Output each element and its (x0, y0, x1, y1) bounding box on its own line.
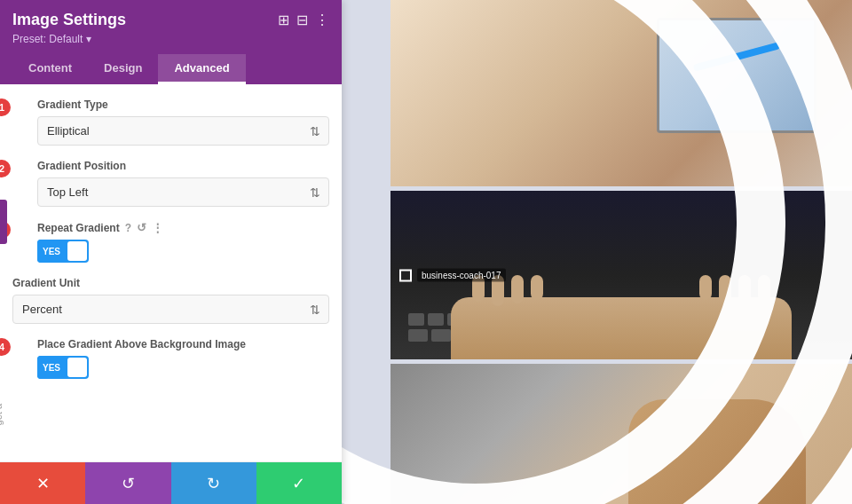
repeat-gradient-more-icon[interactable]: ⋮ (152, 221, 163, 234)
side-reset-indicator[interactable] (0, 200, 7, 244)
tab-content[interactable]: Content (12, 54, 88, 84)
place-gradient-group: 4 Place Gradient Above Background Image … (12, 338, 329, 379)
tab-design[interactable]: Design (88, 54, 158, 84)
badge-4: 4 (0, 338, 11, 356)
badge-2: 2 (0, 160, 11, 177)
repeat-gradient-label: Repeat Gradient ? ↺ ⋮ (37, 221, 329, 234)
expand-icon[interactable]: ⊞ (278, 12, 289, 28)
gradient-position-select[interactable]: Top Left Top Center Top Right Center Lef… (37, 177, 329, 207)
gradient-unit-label: Gradient Unit (12, 277, 329, 289)
gradient-position-label: Gradient Position (37, 160, 329, 172)
arc-overlay (342, 0, 852, 504)
gradient-type-select[interactable]: Linear Elliptical Conical (37, 116, 329, 146)
panel-title-icons: ⊞ ⊟ ⋮ (278, 12, 329, 28)
repeat-gradient-help-icon[interactable]: ? (125, 222, 131, 234)
place-gradient-toggle[interactable]: YES (37, 356, 329, 379)
gradient-unit-group: Gradient Unit Percent Pixel ⇅ (12, 277, 329, 324)
place-gradient-thumb (67, 358, 87, 377)
side-label: get a (0, 404, 4, 425)
gradient-type-label: Gradient Type (37, 98, 329, 111)
repeat-gradient-switch[interactable]: YES (37, 240, 89, 263)
place-gradient-yes-label: YES (37, 356, 66, 379)
repeat-gradient-reset-icon[interactable]: ↺ (137, 221, 146, 234)
cancel-button[interactable]: ✕ (0, 462, 85, 504)
repeat-gradient-group: 3 Repeat Gradient ? ↺ ⋮ YES (12, 221, 329, 263)
gradient-position-select-wrapper: Top Left Top Center Top Right Center Lef… (37, 177, 329, 207)
place-gradient-label: Place Gradient Above Background Image (37, 338, 329, 350)
gradient-unit-select-wrapper: Percent Pixel ⇅ (12, 295, 329, 324)
toggle-thumb (67, 241, 87, 261)
tab-advanced[interactable]: Advanced (158, 54, 245, 84)
undo-button[interactable]: ↺ (85, 462, 170, 504)
repeat-gradient-toggle[interactable]: YES (37, 240, 329, 263)
badge-1: 1 (0, 98, 11, 116)
columns-icon[interactable]: ⊟ (296, 12, 308, 28)
gradient-position-group: 2 Gradient Position Top Left Top Center … (12, 160, 329, 207)
gradient-unit-select[interactable]: Percent Pixel (12, 295, 329, 324)
settings-panel: Image Settings ⊞ ⊟ ⋮ Preset: Default Con… (0, 0, 342, 504)
panel-body: 1 Gradient Type Linear Elliptical Conica… (0, 84, 342, 461)
panel-actions: ✕ ↺ ↻ ✓ (0, 461, 342, 504)
gradient-type-select-wrapper: Linear Elliptical Conical ⇅ (37, 116, 329, 146)
content-area: business-coach-017 (342, 0, 852, 504)
gradient-type-group: 1 Gradient Type Linear Elliptical Conica… (12, 98, 329, 146)
redo-button[interactable]: ↻ (171, 462, 256, 504)
tab-bar: Content Design Advanced (12, 54, 329, 84)
preset-selector[interactable]: Preset: Default (12, 33, 329, 45)
panel-header: Image Settings ⊞ ⊟ ⋮ Preset: Default Con… (0, 0, 342, 84)
more-icon[interactable]: ⋮ (315, 12, 329, 28)
panel-title: Image Settings (12, 11, 126, 29)
place-gradient-switch[interactable]: YES (37, 356, 89, 379)
toggle-yes-label: YES (37, 240, 66, 263)
save-button[interactable]: ✓ (256, 462, 342, 504)
